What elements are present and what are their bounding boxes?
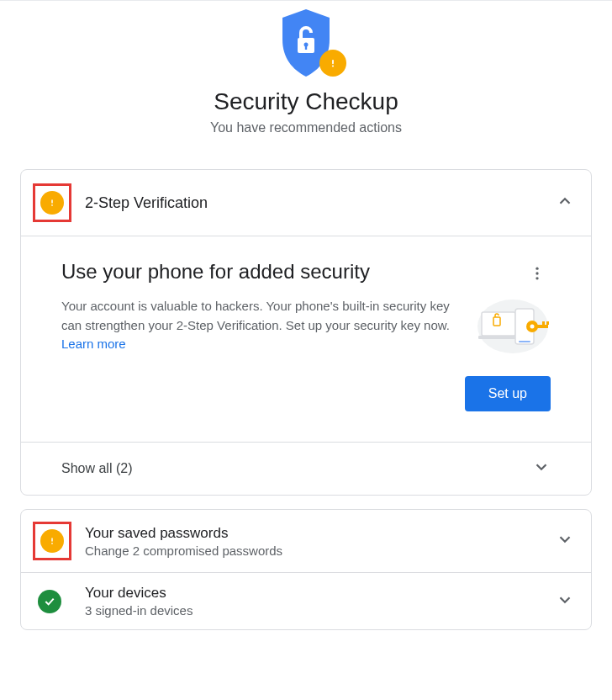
saved-passwords-title: Your saved passwords xyxy=(85,525,556,542)
kebab-icon[interactable] xyxy=(524,260,551,290)
page-title: Security Checkup xyxy=(0,88,612,115)
svg-point-20 xyxy=(530,325,535,329)
two-step-card: 2-Step Verification Use your phone for a… xyxy=(20,169,592,496)
saved-passwords-sub: Change 2 compromised passwords xyxy=(85,544,556,558)
highlight-box xyxy=(33,183,71,222)
page-header: Security Checkup You have recommended ac… xyxy=(0,0,612,152)
svg-rect-18 xyxy=(542,321,545,325)
show-all-label: Show all (2) xyxy=(61,461,132,476)
chevron-down-icon xyxy=(532,458,551,480)
svg-point-3 xyxy=(332,65,334,66)
svg-rect-22 xyxy=(51,538,53,542)
svg-rect-12 xyxy=(478,336,519,339)
saved-passwords-row[interactable]: Your saved passwords Change 2 compromise… xyxy=(21,510,591,572)
two-step-content: Use your phone for added security Your a… xyxy=(21,236,591,442)
warning-icon xyxy=(40,191,64,215)
svg-rect-6 xyxy=(51,199,53,204)
svg-rect-17 xyxy=(536,325,548,328)
svg-rect-4 xyxy=(332,60,334,64)
svg-rect-2 xyxy=(305,45,307,50)
chevron-down-icon xyxy=(556,591,574,612)
check-icon xyxy=(38,590,61,613)
learn-more-link[interactable]: Learn more xyxy=(61,337,126,351)
svg-point-7 xyxy=(536,268,538,270)
devices-illustration xyxy=(475,297,551,356)
shield-icon-wrap xyxy=(277,9,335,80)
svg-rect-15 xyxy=(519,341,530,342)
content-title: Use your phone for added security xyxy=(61,260,370,284)
svg-point-9 xyxy=(536,277,538,279)
svg-point-21 xyxy=(51,543,53,544)
content-text: Your account is valuable to hackers. You… xyxy=(61,297,455,356)
svg-rect-19 xyxy=(546,321,549,325)
svg-point-5 xyxy=(51,204,53,206)
warning-badge-icon xyxy=(319,50,346,77)
show-all-button[interactable]: Show all (2) xyxy=(21,443,591,495)
other-sections-card: Your saved passwords Change 2 compromise… xyxy=(20,509,592,630)
setup-button[interactable]: Set up xyxy=(465,376,551,411)
svg-rect-11 xyxy=(482,312,515,336)
your-devices-sub: 3 signed-in devices xyxy=(85,603,556,618)
two-step-header[interactable]: 2-Step Verification xyxy=(21,170,591,236)
chevron-down-icon xyxy=(556,530,574,552)
page-subtitle: You have recommended actions xyxy=(0,120,612,135)
chevron-up-icon xyxy=(556,192,574,214)
your-devices-row[interactable]: Your devices 3 signed-in devices xyxy=(21,573,591,629)
two-step-title: 2-Step Verification xyxy=(85,194,556,212)
highlight-box xyxy=(33,522,71,560)
warning-icon xyxy=(40,529,64,553)
svg-point-8 xyxy=(536,272,538,274)
your-devices-title: Your devices xyxy=(85,585,556,602)
